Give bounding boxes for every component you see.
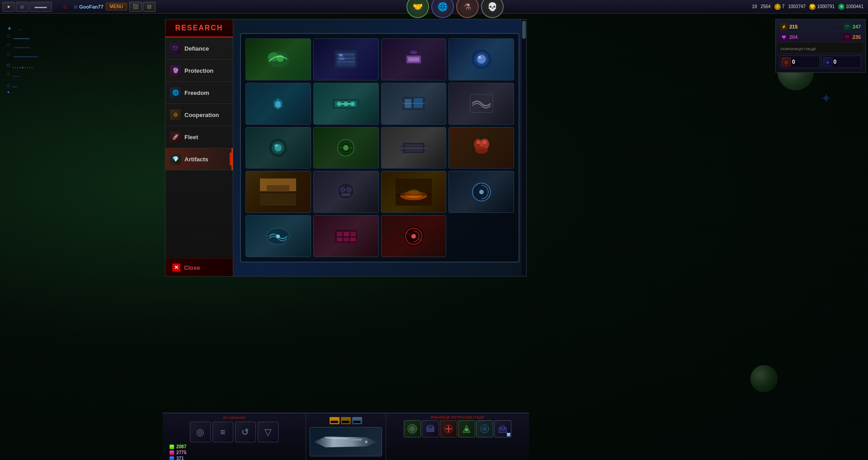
action-icon-1[interactable] [404, 420, 421, 437]
map-bar-5: ━━━ [13, 75, 19, 79]
svg-rect-64 [396, 178, 432, 196]
card-img-5 [246, 83, 311, 124]
tab-blue[interactable]: ▬ [352, 417, 362, 424]
map-bar-2: ━━━━━━ [14, 45, 30, 50]
research-content: ▲ ▼ [233, 19, 527, 277]
map-bar-4: • • • • ♦ • • • • [13, 66, 33, 70]
svg-rect-81 [353, 439, 362, 441]
close-button[interactable]: ✕ Close [165, 258, 233, 276]
map-button[interactable]: 🌐 [431, 0, 454, 18]
faction-btn-1[interactable]: ★ [2, 2, 15, 12]
defiance-icon: 🛡 [170, 43, 181, 54]
svg-point-36 [274, 144, 278, 147]
research-card-15[interactable] [381, 171, 447, 213]
menu-button[interactable]: MENU [106, 3, 127, 10]
research-card-16[interactable] [448, 171, 514, 213]
map-unit-1[interactable]: ✦ [7, 25, 12, 32]
nav-freedom[interactable]: 🌐 Freedom [165, 82, 233, 104]
map-rebel-symbol: ✦ [7, 90, 10, 94]
research-card-7[interactable] [381, 83, 447, 125]
research-card-12[interactable] [448, 127, 514, 169]
research-card-10[interactable] [313, 127, 379, 169]
research-card-4[interactable] [448, 38, 514, 80]
res-icon-2 [170, 451, 174, 455]
content-scrollbar[interactable] [522, 19, 526, 276]
map-bar-6: ━━ [13, 85, 17, 89]
map-unit-4: ⬡ [7, 43, 10, 47]
svg-rect-59 [341, 193, 350, 196]
scroll-up-arrow[interactable]: ▲ [233, 92, 233, 98]
bottom-resources: 2087 2775 371 [165, 444, 303, 460]
stat-val-2b: 235 [853, 34, 861, 40]
research-card-5[interactable] [245, 83, 311, 125]
action-icon-4[interactable] [458, 420, 475, 437]
tech-button[interactable]: ⚗ [456, 0, 479, 18]
stat-icon-1b: 🛡 [844, 23, 851, 30]
cooperation-label: Cooperation [184, 112, 219, 118]
action-icon-3[interactable] [440, 420, 457, 437]
bottom-icon-3[interactable]: ↺ [235, 422, 256, 442]
nav-cooperation[interactable]: ⚙ Cooperation [165, 104, 233, 126]
resource-credits: 1003747 [788, 4, 806, 9]
scroll-down-arrow[interactable]: ▼ [233, 182, 233, 188]
card-art-17 [260, 223, 296, 250]
map-unit-5: ⬡ [7, 52, 10, 56]
action-svg-3 [443, 423, 454, 434]
faction-btn-3[interactable]: ▬▬▬ [29, 2, 52, 12]
research-card-2[interactable] [313, 38, 379, 80]
tab-gold[interactable]: ▬ [330, 417, 340, 424]
research-card-8[interactable] [448, 83, 514, 125]
card-img-16 [449, 171, 514, 212]
planet-2 [750, 365, 778, 392]
research-card-18[interactable] [313, 215, 379, 257]
card-img-9 [246, 127, 311, 169]
diplomacy-button[interactable]: 🤝 [406, 0, 429, 18]
card-art-14 [328, 178, 364, 206]
research-card-17[interactable] [245, 215, 311, 257]
action-icon-2[interactable] [422, 420, 439, 437]
research-card-19[interactable] [381, 215, 447, 257]
nav-artifacts[interactable]: 💎 Artifacts [165, 148, 233, 170]
stat-row-1: ⚡ 215 🛡 247 [778, 22, 863, 32]
svg-rect-70 [337, 232, 342, 236]
card-art-16 [463, 178, 500, 206]
bottom-icon-2[interactable]: ≡ [212, 422, 233, 442]
card-art-5 [260, 90, 296, 117]
svg-rect-12 [408, 57, 419, 61]
action-buttons-group: ⬛ ▤ [127, 2, 158, 12]
research-card-9[interactable] [245, 127, 311, 169]
research-card-3[interactable] [381, 38, 447, 80]
level-value: 19 [752, 4, 757, 9]
combat-button[interactable]: 💀 [481, 0, 504, 18]
bottom-icon-1[interactable]: ◎ [190, 422, 211, 442]
faction-btn-2[interactable]: ◎ [16, 2, 28, 12]
player-name: GooFan77 [79, 4, 104, 9]
tab-silver[interactable]: ▬ [341, 417, 351, 424]
research-card-6[interactable] [313, 83, 379, 125]
research-card-1[interactable] [245, 38, 311, 80]
nav-protection[interactable]: 🔮 Protection [165, 60, 233, 82]
action-btn-2[interactable]: ▤ [143, 2, 156, 12]
card-art-8 [463, 90, 500, 117]
svg-rect-86 [428, 425, 433, 429]
resource-material: ⚙ 1000441 [838, 4, 863, 10]
card-img-19 [382, 216, 446, 257]
action-btn-1[interactable]: ⬛ [129, 2, 142, 12]
active-indicator [230, 153, 231, 166]
map-unit-2: ··· [18, 27, 22, 32]
action-icon-6[interactable]: v [494, 420, 511, 437]
rebel-logo[interactable]: ☆ [59, 2, 71, 12]
action-icon-5[interactable] [476, 420, 493, 437]
card-art-4 [463, 46, 500, 73]
score-value: 2564 [760, 4, 770, 9]
res-val-1: 2087 [176, 444, 186, 449]
artifacts-icon: 💎 [170, 154, 181, 164]
nav-fleet[interactable]: 🚀 Fleet [165, 126, 233, 148]
research-card-14[interactable] [313, 171, 379, 213]
resource-level: 19 [752, 4, 757, 9]
nav-defiance[interactable]: 🛡 Defiance [165, 38, 233, 60]
research-card-11[interactable] [381, 127, 447, 169]
scroll-thumb [522, 21, 526, 39]
research-card-13[interactable] [245, 171, 311, 213]
bottom-icon-4[interactable]: ▽ [258, 422, 278, 442]
